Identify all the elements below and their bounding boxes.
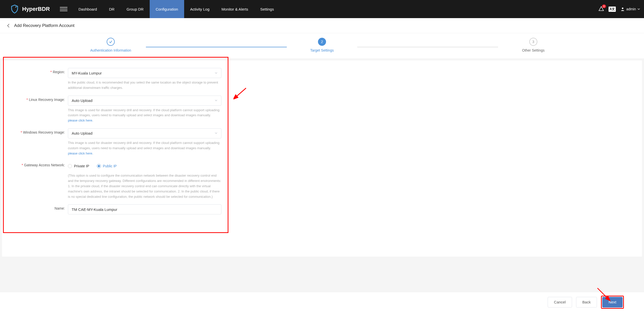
stepper: Authentication Information 2 Target Sett… [0,38,644,52]
step-num-2: 2 [318,38,326,46]
region-hint: In the public cloud, it is recommended t… [68,80,221,91]
label-linux-image: *Linux Recovery Image: [5,96,68,102]
annotation-arrow-icon [233,86,249,101]
nav-configuration[interactable]: Configuration [150,0,184,18]
content-area: *Region: MY-Kuala Lumpur In the public c… [0,58,644,259]
svg-point-0 [15,7,16,8]
subheader: Add Recovery Platform Account [0,18,644,33]
step-line-1 [146,47,287,47]
radio-public-ip[interactable]: Public IP [97,164,117,168]
nav-group-dr[interactable]: Group DR [120,0,150,18]
stepper-wrap: Authentication Information 2 Target Sett… [0,33,644,58]
nav-settings[interactable]: Settings [254,0,280,18]
radio-dot-icon [68,164,72,168]
language-toggle[interactable]: A文 [609,7,616,12]
region-select[interactable]: MY-Kuala Lumpur [68,68,221,78]
step-label-3: Other Settings [522,48,545,52]
linux-image-link[interactable]: please click here. [68,119,93,122]
step-line-2 [357,47,498,47]
step-label-1: Authentication Information [90,48,131,52]
linux-image-select[interactable]: Auto Upload [68,96,221,106]
back-button[interactable]: Back [576,297,597,307]
name-value: TM CAE-MY-Kuala Lumpur [72,207,117,212]
step-target-settings: 2 Target Settings [287,38,357,52]
annotation-box-next: Next [601,296,624,309]
nav-items: Dashboard DR Group DR Configuration Acti… [72,0,280,18]
user-icon [620,7,625,11]
nav-activity-log[interactable]: Activity Log [184,0,216,18]
region-value: MY-Kuala Lumpur [72,71,102,75]
back-arrow-icon[interactable] [6,23,11,28]
windows-image-value: Auto Upload [72,131,93,135]
label-name: Name: [5,204,68,210]
step-check-icon [107,38,115,46]
name-input[interactable]: TM CAE-MY-Kuala Lumpur [68,204,221,214]
nav-dashboard[interactable]: Dashboard [72,0,103,18]
radio-dot-icon [97,164,101,168]
windows-image-hint: This image is used for disaster recovery… [68,140,221,156]
form-rows: *Region: MY-Kuala Lumpur In the public c… [2,68,223,214]
radio-private-ip[interactable]: Private IP [68,164,89,168]
windows-image-link[interactable]: please click here. [68,151,93,155]
row-region: *Region: MY-Kuala Lumpur In the public c… [5,68,223,91]
svg-line-3 [236,88,246,97]
chevron-down-icon [215,71,218,75]
step-other-settings: 3 Other Settings [498,38,569,52]
nav-dr[interactable]: DR [103,0,120,18]
row-gateway: *Gateway Access Network: Private IP Publ… [5,161,223,199]
label-windows-image: *Windows Recovery Image: [5,128,68,134]
brand-name: HyperBDR [22,6,50,12]
gateway-radio-group: Private IP Public IP [68,161,223,171]
svg-point-1 [17,6,17,7]
label-gateway: *Gateway Access Network: [5,161,68,167]
hamburger-icon[interactable] [60,5,67,13]
top-navbar: HyperBDR Dashboard DR Group DR Configura… [0,0,644,18]
row-name: Name: TM CAE-MY-Kuala Lumpur [5,204,223,214]
label-region: *Region: [5,68,68,74]
notif-badge: 0 [602,5,606,8]
windows-image-select[interactable]: Auto Upload [68,128,221,138]
step-auth-info: Authentication Information [75,38,146,52]
step-num-3: 3 [529,38,537,46]
step-label-2: Target Settings [310,48,334,52]
chevron-down-icon [215,131,218,135]
gateway-hint: (This option is used to configure the co… [68,173,221,199]
linux-image-hint: This image is used for disaster recovery… [68,108,221,123]
footer-actions: Cancel Back Next [0,292,644,312]
notifications-button[interactable]: 0 [598,6,604,12]
row-linux-image: *Linux Recovery Image: Auto Upload This … [5,96,223,123]
nav-right: 0 A文 admin [598,6,640,12]
page-title: Add Recovery Platform Account [14,23,74,28]
user-name: admin [626,7,636,11]
cancel-button[interactable]: Cancel [548,297,572,307]
svg-point-2 [622,8,623,9]
linux-image-value: Auto Upload [72,98,93,103]
nav-monitor-alerts[interactable]: Monitor & Alerts [216,0,254,18]
logo-area[interactable]: HyperBDR [10,5,50,14]
next-button[interactable]: Next [602,297,623,307]
shield-logo-icon [10,5,19,14]
row-windows-image: *Windows Recovery Image: Auto Upload Thi… [5,128,223,156]
user-menu[interactable]: admin [620,7,640,11]
chevron-down-icon [215,98,218,103]
chevron-down-icon [637,8,640,10]
form-panel: *Region: MY-Kuala Lumpur In the public c… [2,60,642,257]
